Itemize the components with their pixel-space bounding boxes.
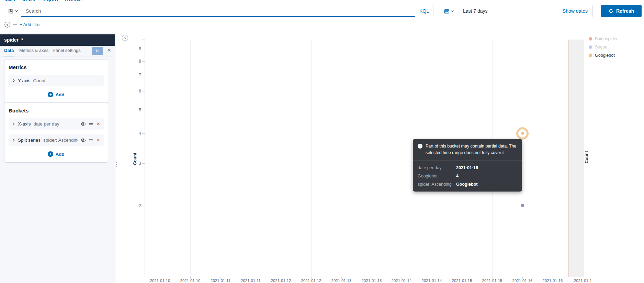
legend-label: Sogou: [595, 45, 607, 50]
eye-icon[interactable]: [81, 138, 86, 142]
search-placeholder: Search: [26, 8, 41, 14]
plus-circle-icon: +: [48, 92, 53, 97]
nav-share-link[interactable]: Share: [23, 0, 35, 2]
add-bucket-button[interactable]: + Add: [9, 151, 104, 157]
plus-circle-icon: +: [48, 151, 53, 157]
refresh-icon: [609, 9, 613, 13]
show-dates-link[interactable]: Show dates: [563, 8, 592, 14]
tooltip-row: spider: Ascending Googlebot: [418, 182, 517, 187]
agg-value: date per day: [34, 121, 78, 127]
tab-data[interactable]: Data: [4, 48, 14, 56]
y-axis-title-right: Count: [584, 143, 589, 171]
nav-save-link[interactable]: Save: [5, 0, 16, 2]
chevron-right-icon: [12, 122, 15, 126]
legend-dot: [589, 54, 592, 57]
info-icon: i: [418, 144, 422, 149]
chevron-left-icon: [124, 36, 126, 39]
y-axis-tick: [142, 61, 145, 62]
date-quick-select-button[interactable]: [440, 5, 458, 17]
add-metric-label: Add: [55, 92, 64, 97]
split-series-bucket-row[interactable]: Split series spider: Ascending ✕: [9, 134, 104, 146]
add-filter-link[interactable]: + Add filter: [20, 22, 41, 27]
kql-syntax-button[interactable]: KQL: [415, 5, 433, 17]
y-axis-tick: [142, 40, 145, 40]
tooltip-row: Googlebot 4: [418, 174, 517, 178]
nav-inspect-link[interactable]: Inspect: [42, 0, 58, 2]
vertical-gridline: [311, 40, 312, 277]
tooltip-rows: date per day 2021-01-16 Googlebot 4 spid…: [413, 161, 522, 192]
agg-label: Y-axis: [18, 78, 30, 83]
chevron-right-icon: [12, 79, 15, 83]
refresh-button[interactable]: Refresh: [601, 5, 642, 17]
y-axis-tick-label: 7: [132, 73, 141, 77]
legend-item-baiduspider[interactable]: Baiduspider: [589, 36, 618, 41]
y-axis-tick: [142, 206, 145, 206]
drag-handle-icon[interactable]: [89, 123, 93, 126]
y-axis-tick-label: 5: [132, 108, 141, 112]
y-axis-title-left: Count: [133, 145, 137, 173]
filter-divider: [13, 24, 17, 25]
drag-handle-icon[interactable]: [89, 139, 93, 142]
collapse-sidebar-button[interactable]: [122, 35, 128, 41]
eye-icon[interactable]: [81, 122, 86, 126]
highlighted-point[interactable]: [521, 132, 524, 135]
x-axis-bucket-row[interactable]: X-axis date per day ✕: [9, 118, 104, 130]
x-axis-tick-label: 2021-01-10: [175, 279, 205, 283]
chart-legend: Baiduspider Sogou Googlebot: [589, 36, 618, 58]
y-axis-line: [145, 40, 145, 277]
x-axis-tick-label: 2021-01-11: [205, 279, 236, 283]
agg-label: X-axis: [18, 121, 31, 127]
y-axis-count-row[interactable]: Y-axis Count: [9, 75, 104, 86]
x-axis-tick-label: 2021-01-16: [538, 279, 568, 283]
data-point[interactable]: [521, 204, 524, 207]
search-input[interactable]: Search: [21, 5, 415, 17]
legend-dot: [589, 37, 592, 41]
x-axis-line: [145, 277, 584, 277]
metrics-heading: Metrics: [9, 64, 104, 70]
y-axis-tick: [142, 163, 145, 164]
remove-bucket-icon[interactable]: ✕: [97, 138, 100, 142]
sidebar-divider: [115, 33, 115, 283]
text-cursor: [25, 8, 25, 14]
chevron-right-icon: [12, 138, 15, 142]
x-axis-tick-label: 2021-01-12: [296, 279, 326, 283]
tab-metrics-axes[interactable]: Metrics & axes: [19, 48, 48, 56]
saved-query-menu-button[interactable]: [5, 5, 21, 17]
sidebar-resize-handle[interactable]: [116, 162, 117, 167]
time-range-value[interactable]: Last 7 days: [458, 8, 563, 14]
tab-panel-settings[interactable]: Panel settings: [53, 48, 81, 56]
y-axis-tick: [142, 49, 145, 49]
agg-value: Count: [33, 78, 100, 83]
y-axis-tick-label: 9: [132, 46, 141, 51]
legend-item-sogou[interactable]: Sogou: [589, 45, 618, 50]
vertical-gridline: [190, 40, 191, 277]
close-icon[interactable]: ✕: [107, 48, 111, 53]
y-axis-tick-label: 2: [132, 203, 141, 208]
agg-label: Split series: [18, 138, 41, 143]
chart-tooltip: i Part of this bucket may contain partia…: [413, 139, 522, 192]
x-axis-tick-label: 2021-01-12: [266, 279, 296, 283]
y-axis-tick: [142, 133, 145, 134]
nav-refresh-link[interactable]: Refresh: [65, 0, 81, 2]
remove-bucket-icon[interactable]: ✕: [97, 122, 100, 126]
agg-value: spider: Ascending: [43, 138, 78, 143]
legend-dot: [589, 45, 592, 49]
legend-item-googlebot[interactable]: Googlebot: [589, 53, 618, 58]
save-query-icon: [8, 9, 13, 14]
filter-bar: + Add filter: [4, 21, 41, 28]
refresh-button-label: Refresh: [616, 8, 634, 14]
query-bar: Search KQL: [5, 5, 433, 17]
metrics-panel: Metrics Y-axis Count + Add: [4, 59, 108, 103]
chevron-down-icon: [451, 10, 454, 12]
calendar-icon: [444, 9, 449, 14]
filter-menu-icon[interactable]: [4, 21, 11, 28]
chevron-down-icon: [15, 10, 18, 12]
apply-changes-button[interactable]: [92, 47, 103, 55]
x-axis-tick-label: 2021-01-15: [447, 279, 477, 283]
vertical-gridline: [553, 40, 553, 277]
vertical-gridline: [372, 40, 372, 277]
vertical-gridline: [251, 40, 251, 277]
add-metric-button[interactable]: + Add: [9, 92, 104, 97]
y-axis-tick-label: 8: [132, 59, 141, 64]
x-axis-tick-label: 2021-01-16: [507, 279, 538, 283]
